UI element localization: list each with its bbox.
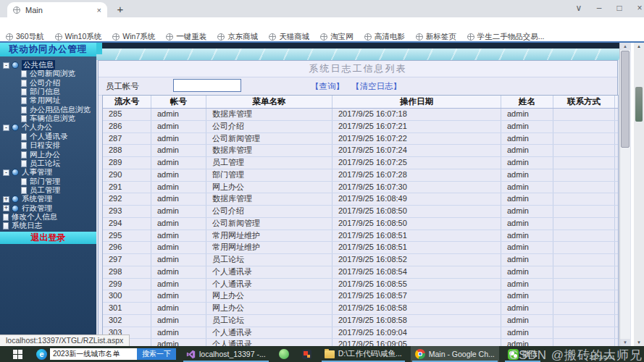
sidebar-item[interactable]: 公司介绍 — [0, 79, 96, 88]
table-row[interactable]: 295admin常用网址维护2017/9/25 16:08:51admin — [103, 230, 618, 243]
clear-log-link[interactable]: 【清空日志】 — [351, 81, 401, 92]
table-cell: 2017/9/25 16:08:55 — [333, 279, 501, 290]
sidebar-item[interactable]: 员工论坛 — [0, 159, 96, 168]
sidebar-item[interactable]: 办公用品信息浏览 — [0, 106, 96, 114]
table-row[interactable]: 286admin公司介绍2017/9/25 16:07:21admin — [103, 121, 618, 133]
table-row[interactable]: 289admin员工管理2017/9/25 16:07:25admin — [103, 157, 618, 169]
collapse-icon[interactable]: - — [3, 125, 9, 131]
column-header[interactable]: 菜单名称 — [206, 96, 333, 108]
table-cell — [553, 182, 615, 193]
bookmark-item[interactable]: 高清电影 — [364, 32, 405, 42]
column-header[interactable]: 帐号 — [151, 96, 206, 108]
edge-icon[interactable]: e — [36, 349, 47, 360]
taskbar-item[interactable] — [275, 346, 293, 362]
table-row[interactable]: 287admin公司新闻管理2017/9/25 16:07:22admin — [103, 133, 618, 146]
sidebar-item[interactable]: +系统管理 — [0, 195, 96, 203]
sidebar-item[interactable]: -个人办公 — [0, 123, 96, 132]
start-button[interactable] — [0, 346, 35, 362]
sidebar-item[interactable]: 修改个人信息 — [0, 213, 96, 222]
table-cell: 287 — [103, 133, 151, 145]
collapse-icon[interactable]: - — [3, 169, 9, 176]
taskbar-search-input[interactable] — [50, 348, 137, 360]
window-maximize-button[interactable]: □ — [613, 3, 626, 13]
page-scrollbar[interactable]: ▲ ▼ — [619, 43, 630, 346]
logout-button[interactable]: 退出登录 — [0, 232, 96, 244]
table-row[interactable]: 294admin公司新闻管理2017/9/25 16:08:50admin — [103, 218, 618, 230]
bookmark-item[interactable]: 京东商城 — [217, 32, 258, 42]
sidebar-item[interactable]: 系统日志 — [0, 222, 96, 230]
table-row[interactable]: 285admin数据库管理2017/9/25 16:07:18admin — [103, 109, 618, 121]
table-row[interactable]: 303admin个人通讯录2017/9/25 16:09:04admin — [103, 327, 618, 340]
table-row[interactable]: 301admin网上办公2017/9/25 16:08:58admin — [103, 303, 618, 315]
sidebar-item[interactable]: 员工管理 — [0, 186, 96, 195]
table-cell: 部门管理 — [206, 169, 333, 181]
sidebar-item[interactable]: 个人通讯录 — [0, 132, 96, 141]
bookmark-item[interactable]: 新标签页 — [416, 32, 456, 42]
table-cell: 网上办公 — [206, 182, 333, 193]
column-header[interactable]: 姓名 — [501, 96, 553, 108]
window-minimize-button[interactable]: – — [593, 3, 606, 13]
bookmark-item[interactable]: 360导航 — [6, 32, 44, 42]
expand-icon[interactable]: + — [3, 205, 9, 211]
sidebar-item[interactable]: +行政管理 — [0, 204, 96, 213]
search-link[interactable]: 【查询】 — [311, 81, 344, 92]
scroll-up-icon[interactable]: ▲ — [634, 43, 644, 50]
bookmark-item[interactable]: 一键重装 — [166, 32, 206, 42]
taskbar-item[interactable]: D:\工作代码\咸鱼... — [320, 346, 406, 362]
sidebar-item[interactable]: -人事管理 — [0, 168, 96, 177]
browser-scrollbar-thumb[interactable] — [635, 87, 643, 122]
taskbar-item[interactable] — [298, 346, 316, 362]
bookmark-item[interactable]: 淘宝网 — [320, 32, 354, 42]
query-row: 员工帐号 【查询】 【清空日志】 — [99, 77, 617, 96]
column-header[interactable]: 流水号 — [103, 96, 151, 108]
table-row[interactable]: 300admin网上办公2017/9/25 16:08:57admin — [103, 290, 618, 303]
table-row[interactable]: 302admin员工论坛2017/9/25 16:08:58admin — [103, 315, 618, 327]
employee-account-input[interactable] — [173, 79, 241, 92]
taskbar-search-box[interactable]: 搜索一下 — [50, 348, 176, 360]
sidebar-item[interactable]: 日程安排 — [0, 141, 96, 150]
bookmark-item[interactable]: Win7系统 — [112, 32, 155, 42]
table-row[interactable]: 299admin个人通讯录2017/9/25 16:08:55admin — [103, 279, 618, 291]
tab-close-icon[interactable]: × — [97, 6, 101, 14]
table-row[interactable]: 298admin个人通讯录2017/9/25 16:08:54admin — [103, 266, 618, 279]
table-row[interactable]: 292admin数据库管理2017/9/25 16:08:49admin — [103, 193, 618, 206]
scroll-down-icon[interactable]: ▼ — [634, 339, 644, 346]
window-close-button[interactable]: × — [633, 3, 644, 13]
page-scrollbar-thumb[interactable] — [621, 51, 630, 148]
scroll-down-icon[interactable]: ▼ — [620, 339, 630, 346]
table-row[interactable]: 296admin常用网址维护2017/9/25 16:08:51admin — [103, 242, 618, 254]
table-row[interactable]: 288admin数据库管理2017/9/25 16:07:24admin — [103, 145, 618, 157]
taskbar-item[interactable]: Main - Google Ch... — [411, 346, 499, 362]
sidebar-item[interactable]: 公司新闻浏览 — [0, 70, 96, 78]
column-header[interactable]: 操作日期 — [333, 96, 501, 108]
table-row[interactable]: 297admin员工论坛2017/9/25 16:08:52admin — [103, 254, 618, 266]
browser-scrollbar[interactable]: ▲ ▼ — [634, 43, 644, 346]
table-cell: admin — [151, 109, 206, 120]
collapse-icon[interactable]: - — [3, 62, 9, 69]
globe-icon — [55, 33, 62, 41]
bookmark-item[interactable]: 学生二手物品交易... — [467, 32, 545, 42]
sidebar-item[interactable]: 网上办公 — [0, 151, 96, 159]
taskbar-item[interactable]: localhost_13397 -... — [182, 346, 270, 362]
table-row[interactable]: 293admin公司介绍2017/9/25 16:08:50admin — [103, 206, 618, 218]
sidebar-item[interactable]: 车辆信息浏览 — [0, 114, 96, 123]
scroll-up-icon[interactable]: ▲ — [620, 43, 630, 50]
table-row[interactable]: 290admin部门管理2017/9/25 16:07:28admin — [103, 169, 618, 182]
sidebar-item[interactable]: 部门信息 — [0, 88, 96, 96]
employee-account-label: 员工帐号 — [106, 81, 139, 92]
globe-icon — [416, 33, 423, 41]
new-tab-button[interactable]: + — [114, 3, 126, 15]
table-row[interactable]: 291admin网上办公2017/9/25 16:07:30admin — [103, 182, 618, 194]
column-header[interactable]: 联系方式 — [553, 96, 615, 108]
edge-search-widget[interactable]: e 搜索一下 — [35, 346, 177, 362]
browser-tab[interactable]: Main × — [7, 2, 107, 17]
bookmark-item[interactable]: Win10系统 — [55, 32, 102, 42]
sidebar-item[interactable]: 部门管理 — [0, 177, 96, 186]
taskbar-search-button[interactable]: 搜索一下 — [137, 348, 176, 360]
table-cell: 个人通讯录 — [206, 266, 333, 278]
tab-search-chevron-icon[interactable]: ∨ — [572, 3, 585, 13]
sidebar-item[interactable]: -公共信息 — [0, 61, 96, 70]
sidebar-item[interactable]: 常用网址 — [0, 96, 96, 105]
expand-icon[interactable]: + — [3, 196, 9, 203]
bookmark-item[interactable]: 天猫商城 — [269, 32, 309, 42]
